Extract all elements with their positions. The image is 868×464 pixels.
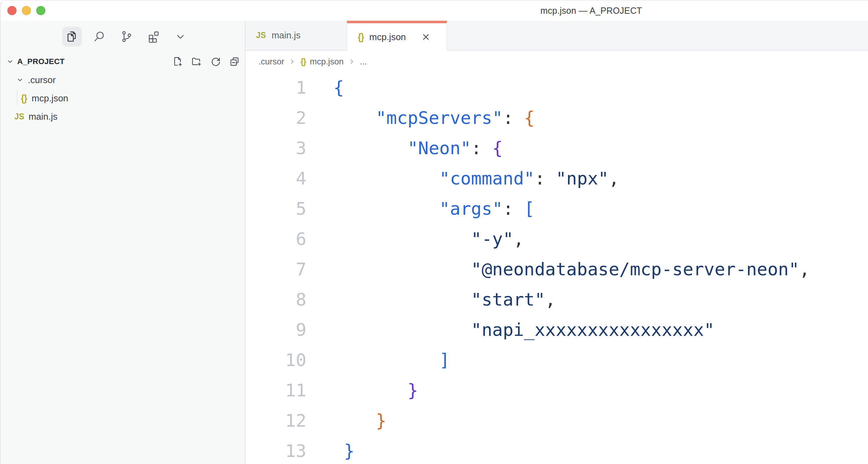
code-token-ws [333,441,344,461]
code-line[interactable]: 1{ [245,73,868,103]
line-number: 13 [245,436,318,464]
chevron-down-icon [6,57,14,66]
code-token-b2: } [376,410,386,431]
code-token-b1: ] [439,350,450,370]
close-window-button[interactable] [7,6,17,15]
code-line-text: "args": [ [318,194,535,224]
code-token-key: "mcpServers" [376,108,503,128]
code-token-ws [333,289,471,310]
breadcrumb: .cursor {} mcp.json ... [245,51,868,73]
code-line-text: "-y", [318,224,524,254]
code-token-punc: , [513,229,524,249]
code-line-text: "Neon": { [318,133,503,163]
code-token-b3: { [492,138,503,158]
collapse-folders-icon[interactable] [229,56,241,68]
code-line[interactable]: 4 "command": "npx", [245,163,868,194]
code-line[interactable]: 9 "napi_xxxxxxxxxxxxxxxx" [245,315,868,345]
code-token-b3: } [408,380,418,401]
tree-item-cursor-folder[interactable]: .cursor [0,71,245,89]
close-tab-icon[interactable] [421,32,431,42]
code-token-key: "command" [439,168,535,189]
code-token-b2: { [524,108,535,128]
more-views-chevron-icon[interactable] [171,27,190,46]
zoom-window-button[interactable] [36,6,45,15]
line-number: 2 [245,103,318,133]
code-line-text: { [318,73,344,103]
code-token-punc: , [799,259,810,280]
code-token-ws [333,410,376,431]
code-line-text: } [318,406,387,436]
line-number: 12 [245,406,318,436]
tab-mcp-json[interactable]: {} mcp.json [347,21,447,51]
tree-item-label: mcp.json [32,93,68,104]
new-file-icon[interactable] [172,56,184,68]
breadcrumb-segment-folder[interactable]: .cursor [259,57,284,67]
code-token-str: "-y" [471,229,513,249]
line-number: 11 [245,375,318,406]
line-number: 10 [245,345,318,375]
code-token-punc: : [535,168,556,189]
code-token-ws [333,138,408,158]
line-number: 1 [245,73,318,103]
code-line[interactable]: 13 } [245,436,868,464]
tree-item-main-js[interactable]: JS main.js [0,107,245,126]
code-token-b1: { [333,77,344,98]
code-token-ws [333,168,439,189]
traffic-lights [0,6,45,15]
code-line-text: } [318,436,355,464]
code-token-ws [333,350,439,370]
code-token-str: "npx" [556,168,609,189]
breadcrumb-segment-file[interactable]: mcp.json [310,57,344,67]
code-token-ws [333,229,471,249]
search-icon[interactable] [89,27,109,46]
code-token-str: "napi_xxxxxxxxxxxxxxxx" [471,320,714,340]
file-tree: .cursor {} mcp.json JS main.js [0,71,245,126]
code-area[interactable]: 1{2 "mcpServers": {3 "Neon": {4 "command… [245,73,868,464]
project-root-label: A_PROJECT [17,57,65,66]
json-file-icon: {} [358,32,364,43]
code-line[interactable]: 7 "@neondatabase/mcp-server-neon", [245,254,868,284]
code-token-ws [333,259,471,280]
code-line[interactable]: 6 "-y", [245,224,868,254]
code-line[interactable]: 8 "start", [245,284,868,315]
breadcrumb-tail[interactable]: ... [360,57,367,67]
code-line-text: "@neondatabase/mcp-server-neon", [318,254,810,284]
tab-bar: JS main.js {} mcp.json [245,21,868,51]
chevron-down-icon [16,76,24,84]
code-token-ws [333,199,439,219]
tab-label: mcp.json [369,32,406,43]
code-token-str: "@neondatabase/mcp-server-neon" [471,259,799,280]
code-line[interactable]: 3 "Neon": { [245,133,868,163]
explorer-icon[interactable] [62,27,82,46]
refresh-icon[interactable] [210,56,222,68]
code-line[interactable]: 2 "mcpServers": { [245,103,868,133]
tree-item-label: main.js [28,111,57,122]
explorer-actions [172,56,242,68]
code-token-ws [333,108,376,128]
code-token-punc: , [545,289,556,310]
new-folder-icon[interactable] [191,56,203,68]
code-line[interactable]: 5 "args": [ [245,194,868,224]
tab-main-js[interactable]: JS main.js [245,21,347,51]
code-line-text: } [318,375,418,406]
code-line[interactable]: 12 } [245,406,868,436]
code-token-key: "Neon" [408,138,471,158]
explorer-section-header[interactable]: A_PROJECT [0,52,245,71]
main-split: A_PROJECT [0,21,868,464]
extensions-icon[interactable] [143,27,163,46]
line-number: 9 [245,315,318,345]
code-token-b1: [ [524,199,535,219]
code-line[interactable]: 10 ] [245,345,868,375]
code-line-text: ] [318,345,450,375]
source-control-icon[interactable] [116,27,136,46]
tree-item-label: .cursor [28,75,56,86]
chevron-right-icon [288,58,296,65]
tree-item-mcp-json[interactable]: {} mcp.json [0,89,245,107]
code-line[interactable]: 11 } [245,375,868,406]
line-number: 7 [245,254,318,284]
window-title: mcp.json — A_PROJECT [541,6,642,16]
code-token-str: "start" [471,289,545,310]
code-line-text: "start", [318,284,556,315]
minimize-window-button[interactable] [22,6,31,15]
code-token-key: "args" [439,199,503,219]
